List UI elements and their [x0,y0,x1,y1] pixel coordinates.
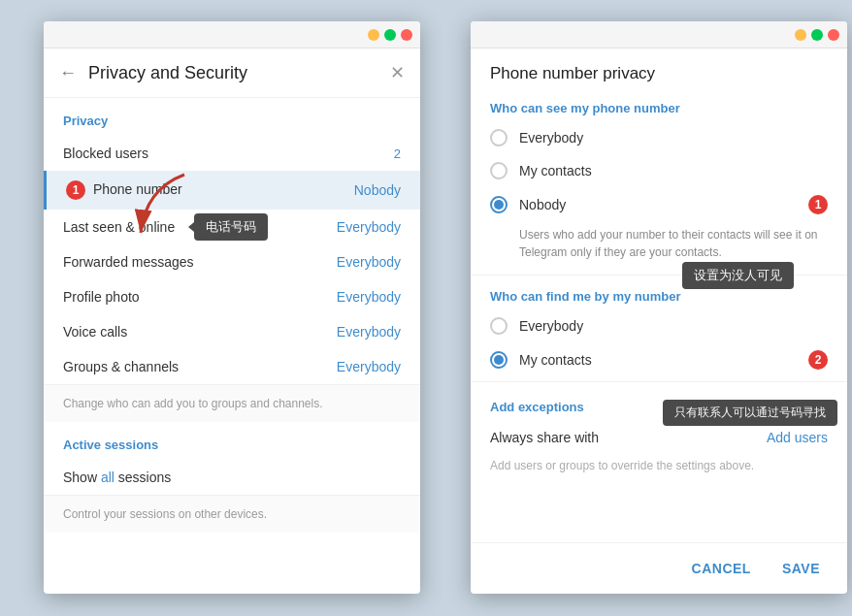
who-can-see-title: Who can see my phone number [471,91,847,121]
contacts-step-badge: 2 [808,350,828,370]
radio-my-contacts-see-label: My contacts [519,163,828,178]
menu-item-phone-number[interactable]: 1 Phone number Nobody [44,171,420,210]
privacy-security-panel: ← Privacy and Security ✕ Privacy Blocked… [44,21,420,594]
back-button[interactable]: ← [59,63,77,83]
contacts-tooltip: 只有联系人可以通过号码寻找 [663,400,837,426]
divider-2 [471,381,847,382]
radio-everybody-see-label: Everybody [519,130,828,146]
radio-nobody-see-circle [490,196,508,213]
radio-my-contacts-see-circle [490,162,508,179]
left-titlebar [44,21,420,49]
privacy-desc: Change who can add you to groups and cha… [44,384,420,422]
voice-calls-value: Everybody [337,324,401,340]
panel-header: ← Privacy and Security ✕ [44,49,420,98]
right-maximize-button[interactable] [811,29,823,41]
active-sessions-title: Active sessions [44,422,420,460]
show-sessions[interactable]: Show all sessions [44,460,420,495]
groups-label: Groups & channels [63,359,337,374]
always-share-label: Always share with [490,430,767,445]
menu-item-blocked-users[interactable]: Blocked users 2 [44,136,420,171]
radio-my-contacts-find-circle [490,351,508,369]
dialog-actions: CANCEL SAVE [471,542,847,594]
add-users-button[interactable]: Add users [767,430,828,445]
save-button[interactable]: SAVE [774,555,828,582]
right-titlebar [471,21,847,49]
nobody-step-badge: 1 [808,195,828,214]
radio-my-contacts-find-label: My contacts [519,352,789,368]
cancel-button[interactable]: CANCEL [684,555,759,582]
close-button[interactable] [401,29,412,41]
radio-my-contacts-find[interactable]: My contacts 2 [471,342,847,377]
blocked-users-badge: 2 [394,146,401,161]
last-seen-value: Everybody [337,219,401,235]
phone-number-value: Nobody [354,182,401,198]
radio-my-contacts-see[interactable]: My contacts [471,154,847,187]
dialog-title: Phone number privacy [471,49,847,91]
nobody-tooltip: 设置为没人可见 [682,262,794,289]
right-close-button[interactable] [828,29,839,41]
right-minimize-button[interactable] [795,29,806,41]
profile-photo-value: Everybody [337,289,401,305]
exceptions-desc: Add users or groups to override the sett… [471,455,847,484]
forwarded-value: Everybody [337,254,401,270]
step-1-badge: 1 [66,180,85,200]
menu-item-forwarded[interactable]: Forwarded messages Everybody [44,244,420,279]
panel-close-icon[interactable]: ✕ [390,62,405,83]
maximize-button[interactable] [384,29,396,41]
radio-everybody-find-circle [490,317,508,335]
privacy-section-title: Privacy [44,98,420,136]
sessions-desc: Control your sessions on other devices. [44,495,420,533]
forwarded-label: Forwarded messages [63,254,337,270]
minimize-button[interactable] [368,29,379,41]
menu-item-voice-calls[interactable]: Voice calls Everybody [44,314,420,349]
radio-nobody-see[interactable]: Nobody 1 [471,187,847,222]
radio-everybody-see[interactable]: Everybody [471,121,847,154]
show-all-link[interactable]: all [101,470,115,485]
menu-item-groups[interactable]: Groups & channels Everybody [44,349,420,384]
phone-tooltip: 电话号码 [194,213,268,241]
profile-photo-label: Profile photo [63,289,337,305]
radio-everybody-see-circle [490,129,508,146]
phone-privacy-panel: Phone number privacy Who can see my phon… [471,21,847,594]
blocked-users-label: Blocked users [63,146,394,161]
groups-value: Everybody [337,359,401,374]
menu-item-profile-photo[interactable]: Profile photo Everybody [44,279,420,314]
panel-body: Privacy Blocked users 2 1 Phone number N… [44,98,420,594]
radio-everybody-find[interactable]: Everybody [471,309,847,342]
voice-calls-label: Voice calls [63,324,337,340]
radio-nobody-see-label: Nobody [519,197,789,212]
panel-title: Privacy and Security [88,63,378,83]
radio-everybody-find-label: Everybody [519,318,828,334]
